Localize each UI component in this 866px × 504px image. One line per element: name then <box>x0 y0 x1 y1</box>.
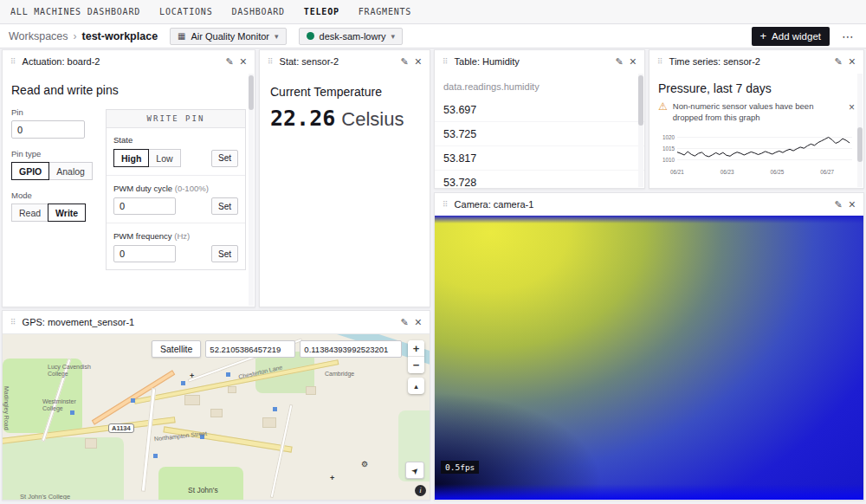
edit-widget-icon[interactable]: ✎ <box>835 200 843 210</box>
map-marker <box>273 407 277 411</box>
close-widget-icon[interactable]: × <box>849 55 856 68</box>
drag-handle-icon[interactable]: ⠿ <box>10 58 16 66</box>
machine-icon: ▦ <box>178 32 185 41</box>
latitude-input[interactable] <box>205 340 295 358</box>
widget-header: ⠿ Camera: camera-1 ✎ × <box>435 193 863 216</box>
stat-unit: Celsius <box>341 108 404 131</box>
pressure-line-chart: 10101015102006/2106/2306/2506/27 <box>658 129 855 181</box>
machine-selector-dropdown[interactable]: ▦ Air Quality Monitor ▾ <box>170 28 286 45</box>
edit-widget-icon[interactable]: ✎ <box>835 57 843 67</box>
widget-header: ⠿ Table: Humidity ✎ × <box>435 50 644 73</box>
drag-handle-icon[interactable]: ⠿ <box>268 58 274 66</box>
top-nav: ALL MACHINES DASHBOARD LOCATIONS DASHBOA… <box>0 0 866 24</box>
widget-title: GPS: movement_sensor-1 <box>23 317 135 327</box>
locate-button[interactable]: ➤ <box>405 462 424 479</box>
scrollbar[interactable] <box>249 74 254 306</box>
map-park-area <box>3 437 124 500</box>
satellite-toggle-button[interactable]: Satellite <box>152 340 201 358</box>
svg-text:1015: 1015 <box>662 145 675 151</box>
map-label: Cambridge <box>325 371 354 378</box>
nav-item-fragments[interactable]: FRAGMENTS <box>359 7 411 16</box>
state-high-button[interactable]: High <box>113 149 149 167</box>
workspace-bar: Workspaces › test-workplace ▦ Air Qualit… <box>0 24 866 48</box>
add-widget-button[interactable]: + Add widget <box>752 27 830 46</box>
map-info-button[interactable]: i <box>415 485 426 496</box>
pin-type-toggle: GPIO Analog <box>11 162 97 180</box>
set-pwm-frequency-button[interactable]: Set <box>211 245 238 262</box>
mode-write-button[interactable]: Write <box>48 204 86 222</box>
part-selector-dropdown[interactable]: desk-sam-lowry ▾ <box>299 28 404 45</box>
nav-item-teleop[interactable]: TELEOP <box>304 7 339 16</box>
plus-icon: + <box>760 30 767 42</box>
mode-toggle: Read Write <box>11 204 97 222</box>
zoom-in-button[interactable]: + <box>408 340 424 357</box>
edit-widget-icon[interactable]: ✎ <box>401 318 409 327</box>
svg-text:06/23: 06/23 <box>721 169 734 175</box>
actuation-content: Read and write pins Pin Pin type GPIO An… <box>3 83 255 270</box>
edit-widget-icon[interactable]: ✎ <box>401 57 409 67</box>
compass-reset-button[interactable]: ▴ <box>408 378 424 394</box>
svg-text:1010: 1010 <box>662 156 675 162</box>
zoom-out-button[interactable]: − <box>408 357 424 373</box>
pwm-duty-input[interactable] <box>113 197 176 215</box>
map-building <box>262 417 276 428</box>
mode-label: Mode <box>11 191 97 200</box>
close-widget-icon[interactable]: × <box>630 55 637 68</box>
dismiss-warning-icon[interactable]: × <box>849 101 855 113</box>
edit-widget-icon[interactable]: ✎ <box>226 57 234 67</box>
widget-table-humidity: ⠿ Table: Humidity ✎ × data.readings.humi… <box>434 49 645 189</box>
drag-handle-icon[interactable]: ⠿ <box>443 58 449 66</box>
widget-title: Actuation: board-2 <box>23 56 100 67</box>
map-building <box>210 409 223 417</box>
widget-camera-1: ⠿ Camera: camera-1 ✎ × 0.5fps <box>434 192 864 501</box>
set-state-button[interactable]: Set <box>211 150 238 167</box>
svg-text:06/27: 06/27 <box>820 169 834 175</box>
pwm-duty-label: PWM duty cycle (0-100%) <box>113 184 238 193</box>
map-marker <box>131 398 135 403</box>
pin-input[interactable] <box>11 120 85 139</box>
chevron-down-icon: ▾ <box>391 32 396 41</box>
state-low-button[interactable]: Low <box>148 149 180 167</box>
set-pwm-duty-button[interactable]: Set <box>211 197 238 215</box>
mode-read-button[interactable]: Read <box>11 204 48 222</box>
close-widget-icon[interactable]: × <box>240 55 247 68</box>
map-label: Lucy Cavendish College <box>48 364 101 378</box>
widget-title: Stat: sensor-2 <box>280 56 339 67</box>
map-zoom-control: + − <box>408 340 424 373</box>
chart-warning-banner: ⚠ Non-numeric sensor values have been dr… <box>658 101 855 124</box>
svg-text:1020: 1020 <box>662 133 675 139</box>
svg-text:06/21: 06/21 <box>670 169 684 175</box>
pin-type-analog-button[interactable]: Analog <box>48 162 93 180</box>
nav-item-all-machines-dashboard[interactable]: ALL MACHINES DASHBOARD <box>10 7 140 16</box>
close-widget-icon[interactable]: × <box>415 316 422 328</box>
map-label: St John's <box>188 487 218 495</box>
timeseries-content: Pressure, last 7 days ⚠ Non-numeric sens… <box>650 81 863 181</box>
nav-item-dashboard[interactable]: DASHBOARD <box>231 7 284 16</box>
close-widget-icon[interactable]: × <box>415 55 422 68</box>
pin-label: Pin <box>11 107 97 117</box>
breadcrumb-workspaces[interactable]: Workspaces <box>9 30 68 42</box>
overflow-menu-button[interactable]: ⋯ <box>842 29 854 43</box>
drag-handle-icon[interactable]: ⠿ <box>657 58 663 66</box>
edit-widget-icon[interactable]: ✎ <box>616 57 624 67</box>
drag-handle-icon[interactable]: ⠿ <box>443 201 449 209</box>
nav-item-locations[interactable]: LOCATIONS <box>159 7 212 16</box>
drag-handle-icon[interactable]: ⠿ <box>10 319 16 326</box>
scrollbar[interactable] <box>857 74 863 187</box>
write-pin-panel: WRITE PIN State High Low Set <box>106 109 246 270</box>
longitude-input[interactable] <box>300 340 402 358</box>
camera-video-frame[interactable]: 0.5fps <box>435 216 863 500</box>
breadcrumb-current-workspace: test-workplace <box>82 30 158 42</box>
close-widget-icon[interactable]: × <box>849 198 856 210</box>
map-label: St John's College <box>20 494 70 500</box>
pwm-duty-hint: (0-100%) <box>175 184 209 193</box>
pin-type-gpio-button[interactable]: GPIO <box>11 162 49 180</box>
widget-header: ⠿ GPS: movement_sensor-1 ✎ × <box>3 311 430 333</box>
pwm-frequency-input[interactable] <box>113 245 176 262</box>
map-canvas[interactable]: + + ⚙ Lucy Cavendish College Westminster… <box>3 333 430 500</box>
widget-header: ⠿ Time series: sensor-2 ✎ × <box>650 50 863 73</box>
machine-selector-label: Air Quality Monitor <box>191 31 269 42</box>
fps-badge: 0.5fps <box>441 461 479 474</box>
stat-value: 22.26 <box>270 106 335 131</box>
scrollbar[interactable] <box>638 74 643 187</box>
